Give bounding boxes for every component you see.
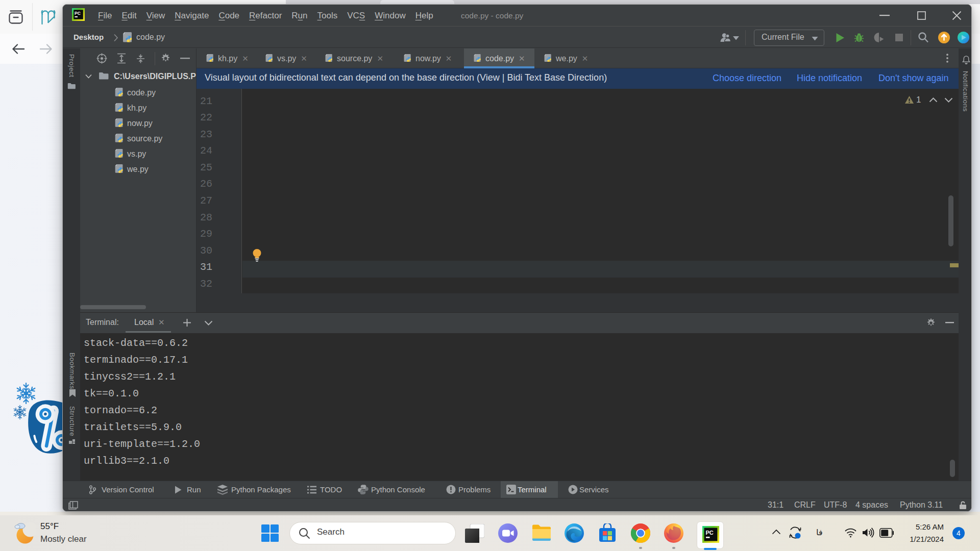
svg-text:PC: PC <box>706 530 714 536</box>
svg-text:PC: PC <box>75 11 81 16</box>
